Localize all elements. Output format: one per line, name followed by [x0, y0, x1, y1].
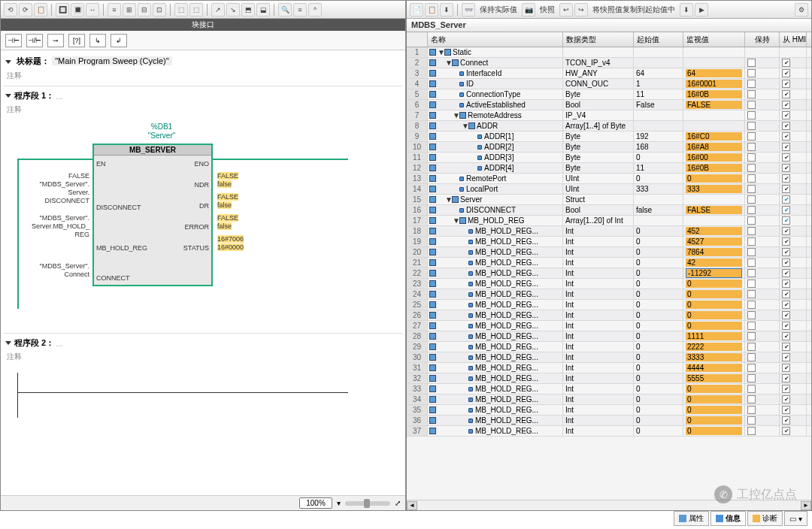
- contact-no-btn[interactable]: ⊣⊢: [5, 34, 22, 47]
- keep-checkbox[interactable]: [747, 195, 756, 204]
- hmi-checkbox[interactable]: [782, 237, 790, 246]
- keep-checkbox[interactable]: [747, 427, 756, 435]
- branch-close-btn[interactable]: ↲: [111, 34, 127, 47]
- zoom-dropdown-icon[interactable]: ▾: [337, 499, 341, 507]
- fb-mb-server[interactable]: MB_SERVER EN ENO NDR DR ERROR STATUS DIS…: [92, 144, 213, 286]
- scroll-right-icon[interactable]: ►: [801, 501, 811, 510]
- toolbar-btn[interactable]: 📋: [425, 3, 438, 17]
- segment-1-header[interactable]: 程序段 1： ...: [4, 86, 402, 103]
- row-start[interactable]: false: [634, 205, 683, 215]
- toolbar-btn[interactable]: ⬚: [174, 3, 188, 17]
- keep-checkbox[interactable]: [747, 395, 756, 404]
- table-row[interactable]: 1▼Static: [407, 47, 811, 58]
- row-start[interactable]: 0: [634, 247, 683, 257]
- table-row[interactable]: 14LocalPortUInt333333: [407, 184, 811, 195]
- hmi-checkbox[interactable]: [782, 185, 790, 193]
- row-start[interactable]: 11: [634, 163, 683, 173]
- toolbar-btn[interactable]: ↘: [226, 3, 240, 17]
- branch-open-btn[interactable]: ↳: [89, 34, 106, 47]
- toolbar-btn[interactable]: ⊡: [153, 3, 166, 17]
- scroll-left-icon[interactable]: ◄: [407, 501, 417, 510]
- expand-icon[interactable]: ▼: [445, 59, 451, 67]
- toolbar-btn[interactable]: 📋: [34, 3, 47, 17]
- toolbar-btn[interactable]: ↩: [559, 3, 573, 17]
- hmi-checkbox[interactable]: [782, 385, 790, 393]
- row-start[interactable]: [634, 110, 683, 120]
- keep-checkbox[interactable]: [747, 164, 756, 172]
- copy-start-label[interactable]: 将快照值复制到起始值中: [589, 5, 678, 15]
- keep-checkbox[interactable]: [747, 90, 756, 98]
- expand-icon[interactable]: ▼: [438, 48, 444, 56]
- table-row[interactable]: 16DISCONNECTBoolfalseFALSE: [407, 205, 811, 216]
- row-start[interactable]: 0: [634, 352, 683, 362]
- hmi-checkbox[interactable]: [782, 353, 790, 361]
- table-row[interactable]: 19MB_HOLD_REG...Int04527: [407, 237, 811, 247]
- table-body[interactable]: 1▼Static2▼ConnectTCON_IP_v43InterfaceIdH…: [407, 47, 811, 500]
- ladder-network-1[interactable]: %DB1 "Server" MB_SERVER EN ENO NDR DR ER…: [4, 122, 402, 325]
- row-start[interactable]: 192: [634, 131, 683, 141]
- keep-checkbox[interactable]: [747, 353, 756, 361]
- table-row[interactable]: 8▼ADDRArray[1..4] of Byte: [407, 121, 811, 131]
- block-comment[interactable]: 注释: [4, 69, 402, 86]
- keep-checkbox[interactable]: [747, 322, 756, 330]
- table-row[interactable]: 20MB_HOLD_REG...Int07864: [407, 247, 811, 258]
- snapshot-icon[interactable]: 📷: [522, 3, 535, 17]
- box-btn[interactable]: [?]: [68, 34, 85, 47]
- table-row[interactable]: 26MB_HOLD_REG...Int00: [407, 310, 811, 321]
- hmi-checkbox[interactable]: [782, 374, 790, 382]
- keep-checkbox[interactable]: [747, 364, 756, 372]
- hmi-checkbox[interactable]: [782, 406, 790, 414]
- hmi-checkbox[interactable]: [782, 164, 790, 172]
- hmi-checkbox[interactable]: [782, 90, 790, 98]
- toolbar-btn[interactable]: ⬓: [256, 3, 270, 17]
- tab-diagnostics[interactable]: 诊断: [747, 511, 783, 526]
- keep-checkbox[interactable]: [747, 406, 756, 414]
- table-row[interactable]: 25MB_HOLD_REG...Int00: [407, 300, 811, 310]
- hmi-checkbox[interactable]: [782, 290, 790, 298]
- keep-checkbox[interactable]: [747, 153, 756, 162]
- row-start[interactable]: [634, 58, 683, 68]
- toolbar-btn[interactable]: 🔳: [71, 3, 84, 17]
- keep-checkbox[interactable]: [747, 280, 756, 288]
- table-row[interactable]: 15▼ServerStruct: [407, 195, 811, 205]
- hmi-checkbox[interactable]: [782, 332, 790, 340]
- table-row[interactable]: 35MB_HOLD_REG...Int00: [407, 405, 811, 416]
- keep-checkbox[interactable]: [747, 59, 756, 67]
- keep-checkbox[interactable]: [747, 416, 756, 425]
- row-start[interactable]: 0: [634, 331, 683, 341]
- table-row[interactable]: 6ActiveEstablishedBoolFalseFALSE: [407, 100, 811, 110]
- contact-nc-btn[interactable]: ⊣/⊢: [26, 34, 43, 47]
- table-row[interactable]: 30MB_HOLD_REG...Int03333: [407, 352, 811, 363]
- table-row[interactable]: 17▼MB_HOLD_REGArray[1..20] of Int: [407, 216, 811, 226]
- row-start[interactable]: 333: [634, 184, 683, 194]
- row-start[interactable]: 0: [634, 174, 683, 183]
- keep-checkbox[interactable]: [747, 332, 756, 340]
- toolbar-btn[interactable]: ⊟: [138, 3, 151, 17]
- table-row[interactable]: 2▼ConnectTCON_IP_v4: [407, 58, 811, 68]
- segment-1-comment[interactable]: 注释: [4, 103, 402, 119]
- hmi-checkbox[interactable]: [782, 322, 790, 330]
- hmi-checkbox[interactable]: [782, 227, 790, 235]
- keep-checkbox[interactable]: [747, 385, 756, 393]
- tab-info[interactable]: 信息: [710, 511, 746, 526]
- toolbar-btn[interactable]: ↗: [211, 3, 225, 17]
- table-row[interactable]: 32MB_HOLD_REG...Int05555: [407, 373, 811, 384]
- row-start[interactable]: 0: [634, 373, 683, 383]
- expand-icon[interactable]: ▼: [462, 122, 468, 130]
- row-start[interactable]: 0: [634, 405, 683, 415]
- toolbar-settings-icon[interactable]: ⚙: [795, 3, 808, 17]
- table-row[interactable]: 34MB_HOLD_REG...Int00: [407, 394, 811, 405]
- row-start[interactable]: [634, 121, 683, 131]
- expand-icon[interactable]: ▼: [453, 111, 459, 119]
- keep-checkbox[interactable]: [747, 101, 756, 109]
- keep-checkbox[interactable]: [747, 122, 756, 130]
- table-row[interactable]: 28MB_HOLD_REG...Int01111: [407, 331, 811, 342]
- row-start[interactable]: 0: [634, 416, 683, 425]
- hmi-checkbox[interactable]: [782, 269, 790, 277]
- table-row[interactable]: 5ConnectionTypeByte1116#0B: [407, 89, 811, 100]
- keep-checkbox[interactable]: [747, 216, 756, 225]
- table-row[interactable]: 7▼RemoteAddressIP_V4: [407, 110, 811, 121]
- hmi-checkbox[interactable]: [782, 69, 790, 77]
- keep-checkbox[interactable]: [747, 132, 756, 141]
- col-name[interactable]: 名称: [428, 32, 563, 47]
